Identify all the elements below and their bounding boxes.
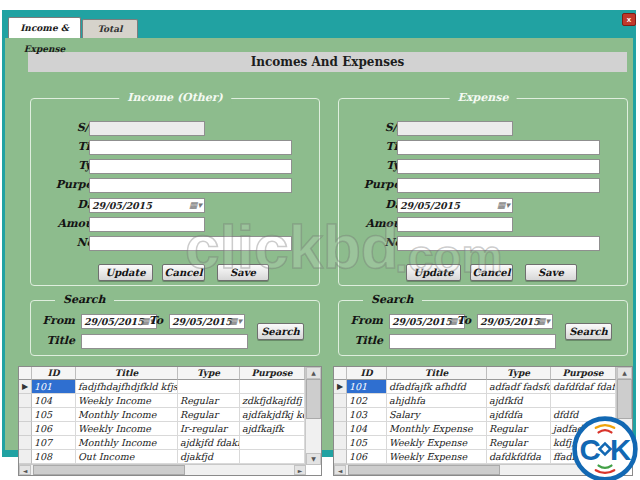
scroll-down-icon[interactable]: ▼ — [306, 453, 321, 465]
income-save-button[interactable]: Save — [217, 264, 269, 281]
income-cancel-button[interactable]: Cancel — [162, 264, 205, 281]
income-search-title: Search — [55, 293, 114, 306]
tab-total-earning[interactable]: Total Earning — [82, 19, 138, 38]
horizontal-scrollbar[interactable]: ◄ ► — [334, 464, 617, 475]
income-datagrid: ID Title Type Purpose ▶ 101 fadjfhdajfhd… — [18, 366, 322, 476]
tab-income-expense[interactable]: Income & Expense — [8, 17, 81, 38]
vertical-scrollbar[interactable]: ▲ ▼ — [305, 367, 321, 465]
row-header-corner — [334, 367, 347, 380]
expense-col-type[interactable]: Type — [487, 367, 551, 380]
expense-group-title: Expense — [450, 91, 517, 104]
scroll-up-icon[interactable]: ▲ — [617, 367, 632, 379]
income-col-title[interactable]: Title — [76, 367, 178, 380]
table-row[interactable]: 104 Monthly Expense Regular jadfadjfkadj… — [334, 422, 632, 436]
expense-date-picker[interactable]: 29/05/2015 ▦▾ — [397, 198, 513, 213]
app-window: Income & Expense Total Earning x Incomes… — [2, 10, 636, 457]
income-groupbox: Income (Other) S/No Title Type Purpose D… — [30, 98, 320, 286]
expense-update-button[interactable]: Update — [406, 264, 461, 281]
expense-col-purpose[interactable]: Purpose — [551, 367, 616, 380]
income-search-title-field[interactable] — [81, 334, 248, 349]
expense-search-to-label: To — [451, 314, 471, 327]
table-row[interactable]: 107 Monthly Income ajdkjfd fdakfjd; — [19, 436, 321, 450]
row-header-corner — [19, 367, 32, 380]
table-row[interactable]: 104 Weekly Income Regular zdkfjdkajfdfj … — [19, 394, 321, 408]
expense-date-value: 29/05/2015 — [400, 199, 460, 212]
expense-search-title-label: Title — [339, 334, 383, 347]
table-row[interactable]: 106 Weekly Expense dafdkfdfda ffadfadfef… — [334, 450, 632, 464]
expense-search-from-label: From — [339, 314, 383, 327]
expense-note-field[interactable] — [397, 236, 600, 251]
income-search-to-label: To — [143, 314, 163, 327]
income-col-type[interactable]: Type — [178, 367, 240, 380]
scroll-right-icon[interactable]: ► — [294, 465, 306, 475]
expense-title-field[interactable] — [397, 140, 600, 155]
dropdown-arrow-icon[interactable]: ▾ — [505, 200, 510, 210]
expense-search-button[interactable]: Search — [565, 323, 612, 340]
table-row[interactable]: 108 Out Income djakfjd — [19, 450, 321, 464]
income-amount-field[interactable] — [89, 217, 205, 232]
scrollbar-thumb[interactable] — [348, 465, 500, 475]
income-note-field[interactable] — [89, 236, 292, 251]
expense-cancel-button[interactable]: Cancel — [470, 264, 513, 281]
tab-income-expense-label: Income & Expense — [20, 23, 69, 54]
dropdown-arrow-icon[interactable]: ▾ — [237, 316, 242, 326]
client-area: Incomes And Expenses Income (Other) S/No… — [5, 38, 633, 450]
horizontal-scrollbar[interactable]: ◄ ► — [19, 464, 306, 475]
expense-search-groupbox: Search From 29/05/2015 ▦▾ To 29/05/2015 … — [338, 300, 628, 356]
scrollbar-thumb[interactable] — [33, 465, 185, 475]
scrollbar-thumb[interactable] — [617, 379, 632, 419]
table-row[interactable]: ▶ 101 dfadfajfk afhdfd adfadf fadsfdf da… — [334, 380, 632, 394]
income-col-purpose[interactable]: Purpose — [240, 367, 305, 380]
income-search-button[interactable]: Search — [257, 323, 304, 340]
income-grid-header: ID Title Type Purpose — [19, 367, 321, 380]
income-group-title: Income (Other) — [119, 91, 231, 104]
scroll-left-icon[interactable]: ◄ — [19, 465, 31, 475]
scroll-left-icon[interactable]: ◄ — [334, 465, 346, 475]
page-title: Incomes And Expenses — [28, 52, 627, 72]
expense-purpose-field[interactable] — [397, 178, 600, 193]
scroll-right-icon[interactable]: ► — [605, 465, 617, 475]
expense-search-title-field[interactable] — [389, 334, 556, 349]
expense-col-title[interactable]: Title — [387, 367, 487, 380]
expense-amount-field[interactable] — [397, 217, 513, 232]
expense-datagrid: ID Title Type Purpose ▶ 101 dfadfajfk af… — [333, 366, 633, 476]
income-date-value: 29/05/2015 — [92, 199, 152, 212]
income-type-field[interactable] — [89, 159, 292, 174]
income-search-to-date[interactable]: 29/05/2015 ▦▾ — [169, 314, 245, 329]
income-search-to-value: 29/05/2015 — [172, 316, 232, 327]
income-title-field[interactable] — [89, 140, 292, 155]
table-row[interactable]: 105 Weekly Expense Regular kdfj; ieuqr k… — [334, 436, 632, 450]
income-search-title-label: Title — [31, 334, 75, 347]
scrollbar-thumb[interactable] — [306, 379, 321, 419]
income-update-button[interactable]: Update — [98, 264, 153, 281]
vertical-scrollbar[interactable]: ▲ ▼ — [616, 367, 632, 465]
expense-col-id[interactable]: ID — [347, 367, 387, 380]
income-sno-field[interactable] — [89, 121, 205, 136]
dropdown-arrow-icon[interactable]: ▾ — [545, 316, 550, 326]
row-selector-arrow-icon: ▶ — [19, 380, 32, 394]
income-col-id[interactable]: ID — [32, 367, 76, 380]
close-button[interactable]: x — [622, 13, 636, 26]
income-search-from-label: From — [31, 314, 75, 327]
expense-sno-field[interactable] — [397, 121, 513, 136]
expense-grid-header: ID Title Type Purpose — [334, 367, 632, 380]
close-icon: x — [627, 15, 631, 24]
income-purpose-field[interactable] — [89, 178, 292, 193]
table-row[interactable]: ▶ 101 fadjfhdajfhdjfkld kfjsak.. — [19, 380, 321, 394]
expense-search-to-date[interactable]: 29/05/2015 ▦▾ — [477, 314, 553, 329]
expense-type-field[interactable] — [397, 159, 600, 174]
expense-search-title: Search — [363, 293, 422, 306]
scroll-down-icon[interactable]: ▼ — [617, 453, 632, 465]
expense-save-button[interactable]: Save — [525, 264, 577, 281]
row-selector-arrow-icon: ▶ — [334, 380, 347, 394]
table-row[interactable]: 103 Salary ajdfdfa dfdfd — [334, 408, 632, 422]
table-row[interactable]: 106 Weekly Income Ir-regular ajdfkajfk — [19, 422, 321, 436]
scroll-up-icon[interactable]: ▲ — [306, 367, 321, 379]
table-row[interactable]: 102 ahjdhfa ajdfkfd — [334, 394, 632, 408]
expense-search-to-value: 29/05/2015 — [480, 316, 540, 327]
dropdown-arrow-icon[interactable]: ▾ — [197, 200, 202, 210]
income-date-picker[interactable]: 29/05/2015 ▦▾ — [89, 198, 205, 213]
expense-groupbox: Expense S/No Title Type Purpose Date 29/… — [338, 98, 628, 286]
income-search-from-value: 29/05/2015 — [84, 316, 144, 327]
table-row[interactable]: 105 Monthly Income Regular ajdfakjdfkj k… — [19, 408, 321, 422]
